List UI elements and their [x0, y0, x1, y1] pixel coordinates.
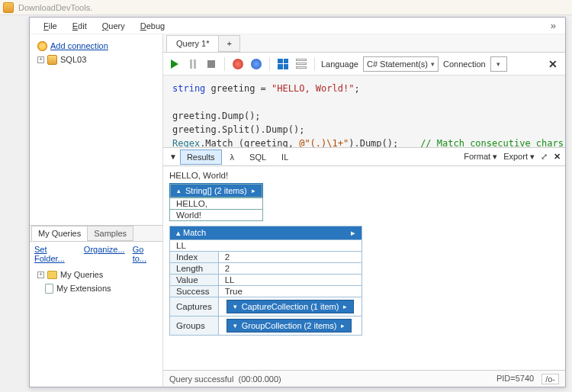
tab-query1[interactable]: Query 1* — [166, 35, 219, 52]
editor-tabs: Query 1* + — [163, 34, 565, 53]
play-icon — [171, 59, 178, 69]
run-button[interactable] — [168, 57, 182, 71]
match-header[interactable]: ▴ Match▸ — [170, 227, 362, 240]
code-editor[interactable]: string greeting = "HELLO, World!"; greet… — [163, 76, 565, 148]
app-title-text: DownloadDevTools. — [18, 3, 92, 12]
language-value: C# Statement(s) — [367, 59, 428, 69]
format-dropdown[interactable]: Format ▾ — [464, 152, 497, 162]
bug-blue-icon — [251, 59, 262, 69]
stop-button[interactable] — [204, 57, 218, 71]
match-table: ▴ Match▸ LL Index2 Length2 ValueLL Succe… — [169, 226, 362, 336]
expander-icon[interactable]: + — [37, 272, 44, 278]
results-tab-il[interactable]: IL — [275, 149, 295, 165]
file-icon — [45, 284, 53, 294]
database-icon — [47, 55, 57, 65]
pause-button[interactable] — [186, 57, 200, 71]
layout-rows-button[interactable] — [294, 57, 308, 71]
chevron-down-icon: ▾ — [530, 152, 535, 161]
rows-icon — [296, 59, 307, 69]
add-connection-link[interactable]: Add connection — [50, 41, 108, 50]
extensions-item[interactable]: My Extensions — [34, 281, 158, 295]
organize-link[interactable]: Organize... — [84, 245, 125, 263]
add-connection-row[interactable]: Add connection — [34, 39, 158, 53]
close-results-button[interactable]: ✕ — [554, 152, 561, 162]
debug-red-button[interactable] — [231, 57, 245, 71]
connection-combo[interactable]: ▾ — [490, 56, 507, 72]
results-tab-sql[interactable]: SQL — [243, 149, 273, 165]
row-key: Value — [170, 275, 219, 286]
connections-tree: Add connection + SQL03 — [30, 34, 162, 225]
status-opt[interactable]: /o- — [541, 374, 559, 384]
export-dropdown[interactable]: Export ▾ — [503, 152, 535, 162]
menubar: File Edit Query Debug » — [30, 18, 565, 34]
separator — [224, 57, 225, 71]
main-area: Query 1* + Language C# Statement(s) ▾ — [163, 34, 565, 387]
set-folder-link[interactable]: Set Folder... — [34, 245, 76, 263]
row-val: LL — [218, 275, 362, 286]
expand-icon[interactable]: ⤢ — [541, 152, 548, 162]
table-cell: World! — [170, 210, 263, 221]
arrow-right-icon: ▸ — [351, 228, 355, 238]
add-connection-icon — [37, 41, 47, 51]
tab-my-queries[interactable]: My Queries — [31, 226, 88, 241]
group-collection-chip[interactable]: ▾GroupCollection (2 items)▸ — [227, 319, 352, 333]
chevron-down-icon: ▾ — [496, 60, 500, 68]
status-msg: Query successful — [169, 374, 233, 384]
app-titlebar: DownloadDevTools. — [0, 0, 572, 15]
bug-red-icon — [233, 59, 243, 69]
row-key: Index — [170, 252, 219, 263]
sidebar: Add connection + SQL03 My Queries Sample… — [30, 34, 163, 387]
expand-icon: ▾ — [233, 303, 237, 310]
menu-query[interactable]: Query — [95, 19, 133, 33]
language-combo[interactable]: C# Statement(s) ▾ — [363, 56, 439, 72]
queries-folder[interactable]: + My Queries — [34, 268, 158, 281]
app-logo-icon — [3, 2, 14, 13]
folder-icon — [47, 271, 57, 279]
row-val: 2 — [218, 263, 362, 275]
results-pane[interactable]: HELLO, World! ▴String[] (2 items)▸ HELLO… — [163, 166, 565, 370]
menu-debug[interactable]: Debug — [133, 19, 172, 33]
row-key: Captures — [170, 297, 219, 316]
file-label: My Extensions — [56, 284, 111, 293]
chevron-down-icon: ▾ — [431, 60, 435, 68]
results-tab-lambda[interactable]: λ — [223, 149, 242, 165]
table-cell: HELLO, — [170, 198, 263, 210]
connection-label: SQL03 — [60, 55, 86, 64]
row-val: True — [218, 286, 362, 297]
menu-overflow[interactable]: » — [548, 20, 559, 31]
connection-label: Connection — [443, 59, 486, 69]
row-val: 2 — [218, 252, 362, 263]
status-bar: Query successful (00:00.000) PID=5740 /o… — [163, 370, 565, 387]
row-val: ▾GroupCollection (2 items)▸ — [218, 316, 362, 336]
tab-add[interactable]: + — [218, 35, 239, 52]
separator — [269, 57, 270, 71]
capture-collection-chip[interactable]: ▾CaptureCollection (1 item)▸ — [227, 300, 355, 313]
layout-grid-button[interactable] — [276, 57, 290, 71]
result-greeting: HELLO, World! — [169, 171, 559, 180]
tab-samples[interactable]: Samples — [87, 226, 133, 241]
table-header[interactable]: ▴String[] (2 items)▸ — [170, 184, 262, 198]
results-tab-results[interactable]: Results — [180, 149, 222, 165]
language-label: Language — [321, 59, 358, 69]
row-key: Success — [170, 286, 219, 297]
menu-file[interactable]: File — [36, 19, 65, 33]
arrow-right-icon: ▸ — [343, 303, 347, 310]
collapse-icon: ▴ — [177, 187, 181, 194]
queries-tree: + My Queries My Extensions — [30, 266, 162, 297]
collapse-icon: ▴ — [176, 228, 181, 237]
string-array-table: ▴String[] (2 items)▸ HELLO, World! — [169, 183, 263, 221]
collapse-icon[interactable]: ▼ — [168, 153, 178, 161]
main-window: File Edit Query Debug » Add connection +… — [29, 17, 566, 387]
results-toolbar: ▼ Results λ SQL IL Format ▾ Export ▾ ⤢ ✕ — [163, 148, 565, 166]
expander-icon[interactable]: + — [37, 56, 44, 63]
stop-icon — [207, 60, 215, 68]
match-text: LL — [170, 240, 362, 252]
menu-edit[interactable]: Edit — [65, 19, 95, 33]
close-button[interactable]: ✕ — [545, 58, 561, 70]
goto-link[interactable]: Go to... — [133, 245, 158, 263]
connection-item[interactable]: + SQL03 — [34, 53, 158, 66]
row-key: Length — [170, 263, 219, 275]
debug-blue-button[interactable] — [249, 57, 263, 71]
sidebar-links: Set Folder... Organize... Go to... — [30, 242, 162, 266]
expand-icon: ▾ — [233, 322, 237, 329]
